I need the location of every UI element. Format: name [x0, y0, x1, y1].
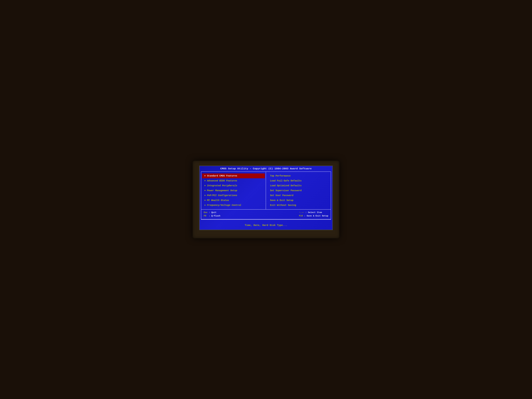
- f10-key: F10: [299, 215, 303, 217]
- shortcut-esc: Esc : Quit: [204, 211, 220, 214]
- menu-item-advanced-bios[interactable]: ► Advanced BIOS Features: [202, 178, 265, 183]
- arrows-key: ↑↓→←: [299, 211, 304, 214]
- description-bar: Time, Date, Hard Disk Type...: [200, 221, 332, 230]
- menu-item-label: Integrated Peripherals: [207, 184, 237, 187]
- menu-item-user-password[interactable]: Set User Password: [267, 193, 330, 198]
- arrows-separator: :: [305, 211, 308, 214]
- f8-separator: :: [208, 215, 211, 217]
- menu-item-pc-health[interactable]: ► PC Health Status: [202, 198, 265, 203]
- menu-item-label: Frequency/Voltage Control: [207, 204, 241, 207]
- menu-item-frequency-voltage[interactable]: ► Frequency/Voltage Control: [202, 203, 265, 208]
- menu-item-standard-cmos[interactable]: ► Standard CMOS Features: [202, 173, 265, 178]
- menu-item-label: Top Performance: [270, 175, 291, 177]
- menu-item-load-failsafe[interactable]: Load Fail-Safe Defaults: [267, 178, 330, 183]
- arrow-icon: ►: [205, 180, 206, 182]
- title-text: CMOS Setup Utility - Copyright (C) 1984-…: [220, 167, 312, 170]
- esc-key: Esc: [204, 211, 208, 214]
- f10-action: Save & Exit Setup: [307, 215, 328, 217]
- f8-action: Q-Flash: [211, 215, 220, 217]
- shortcuts-right: ↑↓→← : Select Item F10 : Save & Exit Set…: [299, 211, 328, 218]
- menu-item-load-optimized[interactable]: Load Optimized Defaults: [267, 183, 330, 188]
- arrow-icon: ►: [205, 199, 206, 202]
- left-panel: ► Standard CMOS Features ► Advanced BIOS…: [201, 172, 266, 209]
- f8-key: F8: [204, 215, 206, 217]
- menu-item-label: Standard CMOS Features: [207, 175, 237, 177]
- menu-item-label: PnP/PCI Configurations: [207, 194, 237, 197]
- arrow-icon: ►: [205, 184, 206, 187]
- arrow-icon: ►: [205, 204, 206, 206]
- menu-item-supervisor-password[interactable]: Set Supervisor Password: [267, 188, 330, 193]
- shortcuts-bar: Esc : Quit F8 : Q-Flash ↑↓→← : Selec: [201, 210, 331, 219]
- title-bar: CMOS Setup Utility - Copyright (C) 1984-…: [200, 166, 332, 171]
- arrow-icon: ►: [205, 194, 206, 196]
- menu-item-label: PC Health Status: [207, 199, 229, 202]
- menu-item-label: Exit Without Saving: [270, 204, 296, 207]
- esc-action: Quit: [211, 211, 216, 214]
- f10-separator: :: [304, 215, 307, 217]
- shortcut-arrows: ↑↓→← : Select Item: [299, 211, 328, 214]
- shortcuts-left: Esc : Quit F8 : Q-Flash: [204, 211, 220, 218]
- arrow-icon: ►: [205, 175, 206, 177]
- menu-item-label: Save & Exit Setup: [270, 199, 293, 202]
- menu-item-power-management[interactable]: ► Power Management Setup: [202, 188, 265, 193]
- menu-item-integrated-peripherals[interactable]: ► Integrated Peripherals: [202, 183, 265, 188]
- shortcut-f8: F8 : Q-Flash: [204, 214, 220, 218]
- description-text: Time, Date, Hard Disk Type...: [245, 224, 287, 227]
- menu-item-label: Load Fail-Safe Defaults: [270, 179, 302, 182]
- menu-item-exit-without-saving[interactable]: Exit Without Saving: [267, 203, 330, 208]
- menu-item-label: Set User Password: [270, 194, 293, 197]
- right-panel: Top Performance Load Fail-Safe Defaults …: [266, 172, 331, 209]
- esc-separator: :: [209, 211, 211, 214]
- menu-item-save-exit[interactable]: Save & Exit Setup: [267, 198, 330, 203]
- arrow-icon: ►: [205, 189, 206, 192]
- menu-item-label: Advanced BIOS Features: [207, 179, 237, 182]
- menu-item-top-performance[interactable]: Top Performance: [267, 173, 330, 178]
- monitor-bezel: CMOS Setup Utility - Copyright (C) 1984-…: [193, 161, 339, 238]
- bios-screen: CMOS Setup Utility - Copyright (C) 1984-…: [199, 166, 333, 230]
- main-border: ► Standard CMOS Features ► Advanced BIOS…: [201, 171, 331, 220]
- main-content-area: ► Standard CMOS Features ► Advanced BIOS…: [201, 172, 331, 210]
- shortcut-f10: F10 : Save & Exit Setup: [299, 214, 328, 218]
- menu-item-label: Set Supervisor Password: [270, 189, 302, 192]
- menu-item-label: Power Management Setup: [207, 189, 237, 192]
- menu-item-pnp-pci[interactable]: ► PnP/PCI Configurations: [202, 193, 265, 198]
- arrows-action: Select Item: [308, 211, 322, 214]
- menu-item-label: Load Optimized Defaults: [270, 184, 302, 187]
